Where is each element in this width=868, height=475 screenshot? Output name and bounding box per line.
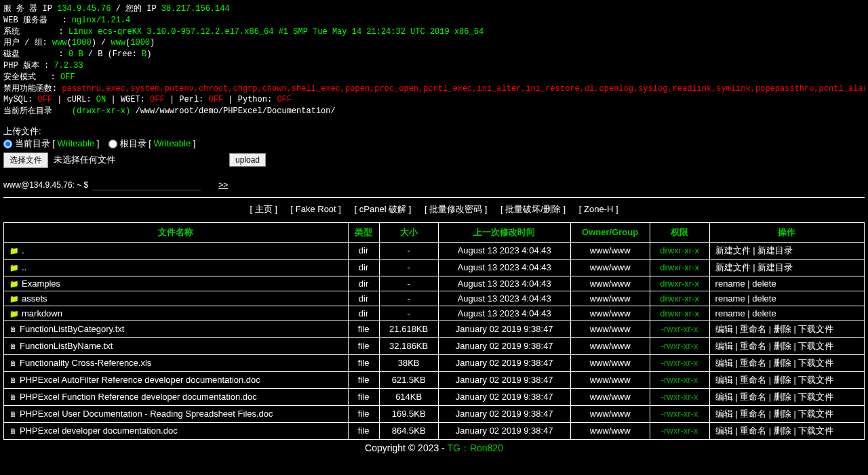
- file-perms: drwxr-xr-x: [650, 291, 709, 306]
- separator: [3, 197, 865, 198]
- file-actions[interactable]: 编辑 | 重命名 | 删除 | 下载文件: [709, 405, 864, 422]
- nav-home[interactable]: [ 主页 ]: [250, 204, 277, 214]
- file-size: 621.5KB: [379, 371, 438, 388]
- table-row: ..dir-August 13 2023 4:04:43www/wwwdrwxr…: [4, 259, 865, 276]
- file-size: 864.5KB: [379, 422, 438, 439]
- file-type: dir: [348, 259, 379, 276]
- choose-file-button[interactable]: 选择文件: [3, 152, 48, 168]
- cmd-prompt: www@134.9.45.76: ~ $: [3, 180, 88, 190]
- disk-total: 0 B: [68, 49, 83, 59]
- cmd-execute-button[interactable]: >>: [218, 180, 228, 190]
- nav-fake-root[interactable]: [ Fake Root ]: [291, 204, 341, 214]
- table-row: PHPExcel Function Reference developer do…: [4, 388, 865, 405]
- file-type: dir: [348, 242, 379, 259]
- file-mtime: August 13 2023 4:04:43: [438, 291, 570, 306]
- python-label: Python:: [238, 95, 272, 104]
- file-name-link[interactable]: .: [22, 245, 24, 255]
- file-owner: www/www: [570, 259, 650, 276]
- folder-icon: [9, 262, 22, 272]
- server-info: 服 务 器 IP 134.9.45.76 / 您的 IP 38.217.156.…: [3, 3, 865, 117]
- server-ip-label: 服 务 器 IP: [3, 4, 52, 14]
- file-mtime: January 02 2019 9:38:47: [438, 321, 570, 337]
- file-icon: [9, 409, 20, 419]
- file-owner: www/www: [570, 422, 650, 439]
- system-value: Linux ecs-qreKX 3.10.0-957.12.2.el7.x86_…: [68, 27, 484, 37]
- file-name-link[interactable]: assets: [22, 293, 47, 304]
- file-actions[interactable]: 编辑 | 重命名 | 删除 | 下载文件: [709, 388, 864, 405]
- file-size: -: [379, 276, 438, 291]
- table-row: PHPExcel developer documentation.docfile…: [4, 422, 865, 439]
- file-actions[interactable]: rename | delete: [709, 291, 864, 306]
- file-name-link[interactable]: PHPExcel Function Reference developer do…: [20, 392, 257, 402]
- command-line: www@134.9.45.76: ~ $ >>: [3, 180, 865, 190]
- radio-current-dir[interactable]: [3, 140, 12, 148]
- col-mtime: 上一次修改时间: [438, 222, 570, 242]
- file-name-link[interactable]: ..: [22, 262, 26, 272]
- upload-button[interactable]: upload: [229, 153, 266, 167]
- nav-zoneh[interactable]: [ Zone-H ]: [579, 204, 618, 214]
- file-name-link[interactable]: Examples: [22, 278, 60, 289]
- file-icon: [9, 358, 20, 368]
- disabled-funcs-label: 禁用功能函数:: [3, 84, 57, 94]
- col-size: 大小: [379, 222, 438, 242]
- file-perms: drwxr-xr-x: [650, 306, 709, 321]
- file-actions[interactable]: rename | delete: [709, 306, 864, 321]
- file-actions[interactable]: rename | delete: [709, 276, 864, 291]
- file-type: file: [348, 388, 379, 405]
- file-actions[interactable]: 编辑 | 重命名 | 删除 | 下载文件: [709, 371, 864, 388]
- nav-cpanel[interactable]: [ cPanel 破解 ]: [355, 204, 412, 214]
- file-perms: -rwxr-xr-x: [650, 388, 709, 405]
- file-perms: -rwxr-xr-x: [650, 354, 709, 371]
- file-name-link[interactable]: PHPExcel User Documentation - Reading Sp…: [20, 409, 273, 419]
- file-mtime: January 02 2019 9:38:47: [438, 371, 570, 388]
- file-perms: -rwxr-xr-x: [650, 337, 709, 354]
- file-type: file: [348, 321, 379, 337]
- file-owner: www/www: [570, 276, 650, 291]
- file-name-link[interactable]: PHPExcel AutoFilter Reference developer …: [20, 375, 260, 385]
- table-row: FunctionListByName.txtfile32.186KBJanuar…: [4, 337, 865, 354]
- file-name-link[interactable]: markdown: [22, 308, 62, 318]
- col-perms: 权限: [650, 222, 709, 242]
- file-owner: www/www: [570, 405, 650, 422]
- nav-mass-destroy[interactable]: [ 批量破坏/删除 ]: [500, 204, 566, 214]
- file-size: 38KB: [379, 354, 438, 371]
- file-name-link[interactable]: FunctionListByCategory.txt: [20, 324, 124, 334]
- file-mtime: January 02 2019 9:38:47: [438, 354, 570, 371]
- folder-icon: [9, 278, 22, 289]
- web-server-value: nginx/1.21.4: [72, 16, 130, 25]
- file-size: -: [379, 306, 438, 321]
- user-value: www: [52, 38, 67, 47]
- file-actions[interactable]: 编辑 | 重命名 | 删除 | 下载文件: [709, 422, 864, 439]
- cmd-input[interactable]: [92, 180, 201, 190]
- file-name-link[interactable]: Functionality Cross-Reference.xls: [20, 358, 151, 368]
- file-name-link[interactable]: FunctionListByName.txt: [20, 341, 113, 351]
- system-label: 系统: [3, 27, 20, 37]
- file-icon: [9, 392, 20, 402]
- radio-root-dir[interactable]: [108, 140, 117, 148]
- file-actions[interactable]: 新建文件 | 新建目录: [709, 259, 864, 276]
- table-row: Functionality Cross-Reference.xlsfile38K…: [4, 354, 865, 371]
- table-row: .dir-August 13 2023 4:04:43www/wwwdrwxr-…: [4, 242, 865, 259]
- upload-section: 上传文件: 当前目录 [ Writeable ] 根目录 [ Writeable…: [3, 125, 865, 168]
- file-name-link[interactable]: PHPExcel developer documentation.doc: [20, 426, 178, 436]
- file-owner: www/www: [570, 306, 650, 321]
- folder-icon: [9, 245, 22, 255]
- file-actions[interactable]: 新建文件 | 新建目录: [709, 242, 864, 259]
- file-mtime: January 02 2019 9:38:47: [438, 405, 570, 422]
- nav-mass-password[interactable]: [ 批量修改密码 ]: [425, 204, 487, 214]
- file-actions[interactable]: 编辑 | 重命名 | 删除 | 下载文件: [709, 354, 864, 371]
- file-actions[interactable]: 编辑 | 重命名 | 删除 | 下载文件: [709, 337, 864, 354]
- file-icon: [9, 341, 20, 351]
- file-actions[interactable]: 编辑 | 重命名 | 删除 | 下载文件: [709, 321, 864, 337]
- file-size: 32.186KB: [379, 337, 438, 354]
- mysql-label: MySQL:: [3, 95, 33, 104]
- file-size: 614KB: [379, 388, 438, 405]
- table-row: assetsdir-August 13 2023 4:04:43www/wwwd…: [4, 291, 865, 306]
- file-type: file: [348, 405, 379, 422]
- disabled-funcs-value: passthru,exec,system,putenv,chroot,chgrp…: [62, 84, 865, 94]
- disk-label: 磁盘: [3, 49, 20, 59]
- no-file-label: 未选择任何文件: [54, 154, 115, 166]
- nav-menu: [ 主页 ] [ Fake Root ] [ cPanel 破解 ] [ 批量修…: [3, 203, 865, 215]
- footer-tg-link[interactable]: TG：Ron820: [447, 442, 502, 453]
- cwd-path[interactable]: /www/wwwroot/demo/PHPExcel/Documentation…: [135, 106, 335, 116]
